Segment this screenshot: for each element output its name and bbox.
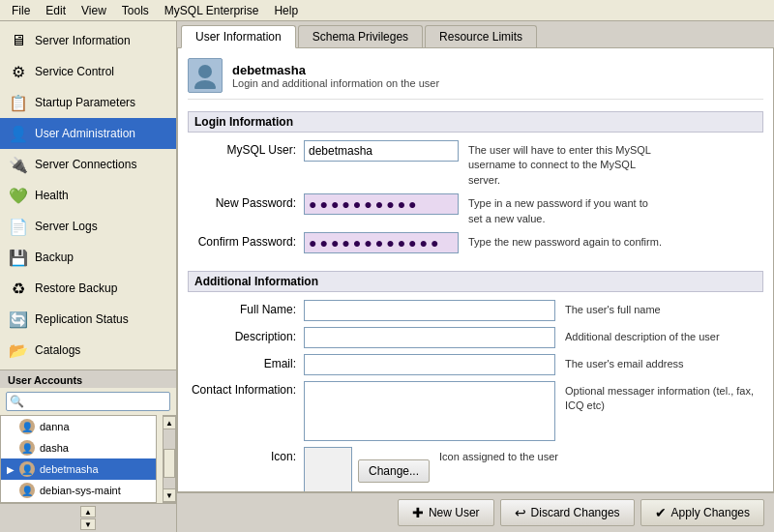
confirm-password-label: Confirm Password: <box>188 232 304 249</box>
user-accounts-header: User Accounts <box>0 369 176 388</box>
tab-bar: User Information Schema Privileges Resou… <box>177 21 774 48</box>
menubar-item-view[interactable]: View <box>74 2 114 19</box>
email-input[interactable] <box>304 354 555 375</box>
startup-params-icon: 📋 <box>8 92 29 113</box>
user-header: debetmasha Login and additional informat… <box>188 58 763 100</box>
search-input[interactable] <box>6 392 170 411</box>
sidebar: 🖥 Server Information ⚙ Service Control 📋… <box>0 21 177 532</box>
sidebar-item-restore-backup[interactable]: ♻ Restore Backup <box>0 273 176 304</box>
sidebar-item-server-info[interactable]: 🖥 Server Information <box>0 25 176 56</box>
sidebar-item-server-logs[interactable]: 📄 Server Logs <box>0 211 176 242</box>
list-item[interactable]: 👤 debian-sys-maint <box>1 480 156 501</box>
list-item[interactable]: 👤 danna <box>1 416 156 437</box>
search-container: 🔍 <box>0 388 176 415</box>
sidebar-item-catalogs[interactable]: 📂 Catalogs <box>0 335 176 366</box>
menubar-item-edit[interactable]: Edit <box>38 2 74 19</box>
scrollbar-thumb-area <box>164 429 175 488</box>
tab-user-information[interactable]: User Information <box>181 25 296 48</box>
new-user-button[interactable]: ✚ New User <box>398 499 494 526</box>
new-password-input[interactable]: ●●●●●●●●●● <box>304 193 459 215</box>
icon-preview <box>304 447 352 492</box>
list-item[interactable]: 👤 root <box>1 501 156 503</box>
app-container: 🖥 Server Information ⚙ Service Control 📋… <box>0 21 774 532</box>
scrollbar-down-button[interactable]: ▼ <box>163 488 176 502</box>
change-icon-button[interactable]: Change... <box>358 459 430 483</box>
menubar-item-mysql enterprise[interactable]: MySQL Enterprise <box>157 2 267 19</box>
username-label: debian-sys-maint <box>40 485 121 496</box>
menubar-item-help[interactable]: Help <box>266 2 306 19</box>
email-label: Email: <box>188 354 304 370</box>
contact-info-row: Contact Information: Optional messager i… <box>188 381 763 441</box>
sidebar-item-startup-params[interactable]: 📋 Startup Parameters <box>0 87 176 118</box>
mysql-user-hint: The user will have to enter this MySQL u… <box>468 140 662 188</box>
sidebar-item-label: Health <box>35 189 69 202</box>
discard-changes-button[interactable]: ↩ Discard Changes <box>500 499 635 526</box>
sidebar-item-label: Server Connections <box>35 158 136 171</box>
svg-point-0 <box>198 65 212 78</box>
confirm-password-row: Confirm Password: ●●●●●●●●●●●● Type the … <box>188 232 763 253</box>
sidebar-item-health[interactable]: 💚 Health <box>0 180 176 211</box>
username-label: dasha <box>40 442 69 454</box>
sidebar-scroll-up-button[interactable]: ▲ <box>80 506 96 517</box>
email-hint: The user's email address <box>565 354 684 371</box>
sidebar-item-label: Server Logs <box>35 220 98 233</box>
mysql-user-label: MySQL User: <box>188 140 304 157</box>
apply-changes-button[interactable]: ✔ Apply Changes <box>640 499 764 526</box>
confirm-password-input[interactable]: ●●●●●●●●●●●● <box>304 232 459 253</box>
avatar: 👤 <box>19 461 35 477</box>
user-avatar-icon <box>192 62 219 89</box>
server-conn-icon: 🔌 <box>8 154 29 175</box>
sidebar-scroll-down-button[interactable]: ▼ <box>80 518 96 530</box>
tab-resource-limits[interactable]: Resource Limits <box>425 25 537 47</box>
list-item[interactable]: 👤 dasha <box>1 437 156 458</box>
sidebar-item-service-control[interactable]: ⚙ Service Control <box>0 56 176 87</box>
sidebar-item-user-admin[interactable]: 👤 User Administration <box>0 118 176 149</box>
server-info-icon: 🖥 <box>8 30 29 51</box>
sidebar-item-label: Catalogs <box>35 343 80 357</box>
description-input[interactable] <box>304 327 555 348</box>
arrow-icon: ▶ <box>7 464 15 475</box>
icon-label: Icon: <box>188 447 304 463</box>
sidebar-item-label: User Administration <box>35 127 135 140</box>
search-icon: 🔍 <box>10 395 24 408</box>
username-label: danna <box>40 421 70 432</box>
full-name-input[interactable] <box>304 300 555 321</box>
sidebar-item-server-conn[interactable]: 🔌 Server Connections <box>0 149 176 180</box>
full-name-row: Full Name: The user's full name <box>188 300 763 321</box>
replication-icon: 🔄 <box>8 309 29 330</box>
additional-info-section: Additional Information Full Name: The us… <box>188 271 763 492</box>
restore-backup-icon: ♻ <box>8 278 29 299</box>
main-content: User Information Schema Privileges Resou… <box>177 21 774 532</box>
server-logs-icon: 📄 <box>8 216 29 237</box>
content-panel: debetmasha Login and additional informat… <box>177 48 774 492</box>
list-item-selected[interactable]: ▶ 👤 debetmasha <box>1 458 156 480</box>
user-avatar <box>188 58 223 93</box>
username-display: debetmasha <box>232 63 439 77</box>
menubar-item-file[interactable]: File <box>4 2 38 19</box>
new-user-label: New User <box>429 506 480 519</box>
avatar: 👤 <box>19 440 35 456</box>
mysql-user-row: MySQL User: The user will have to enter … <box>188 140 763 188</box>
sidebar-item-label: Backup <box>35 251 74 264</box>
description-label: Description: <box>188 327 304 343</box>
menubar-item-tools[interactable]: Tools <box>114 2 157 19</box>
avatar: 👤 <box>19 419 35 434</box>
tab-schema-privileges[interactable]: Schema Privileges <box>298 25 423 47</box>
scrollbar-thumb[interactable] <box>164 449 175 478</box>
icon-row: Icon: Change... Icon assigned to the use… <box>188 447 763 492</box>
svg-point-1 <box>194 80 216 89</box>
scrollbar-up-button[interactable]: ▲ <box>163 416 176 429</box>
mysql-user-input[interactable] <box>304 140 459 162</box>
sidebar-item-label: Startup Parameters <box>35 96 135 109</box>
scrollbar-track: ▲ ▼ <box>163 415 176 503</box>
contact-info-input[interactable] <box>304 381 555 441</box>
service-control-icon: ⚙ <box>8 61 29 82</box>
user-list: 👤 danna 👤 dasha ▶ 👤 debetmasha 👤 debia <box>0 415 157 503</box>
discard-icon: ↩ <box>515 505 526 520</box>
sidebar-item-replication[interactable]: 🔄 Replication Status <box>0 304 176 335</box>
sidebar-item-label: Server Information <box>35 34 131 47</box>
confirm-password-hint: Type the new password again to confirm. <box>468 232 662 250</box>
sidebar-item-label: Replication Status <box>35 312 129 326</box>
sidebar-item-backup[interactable]: 💾 Backup <box>0 242 176 273</box>
nav-list: 🖥 Server Information ⚙ Service Control 📋… <box>0 21 176 369</box>
